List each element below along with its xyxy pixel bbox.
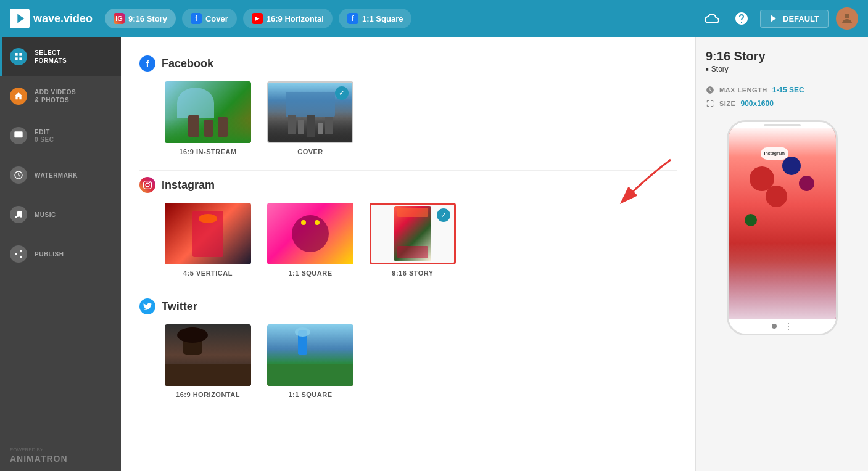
instagram-section-icon <box>139 177 155 193</box>
facebook-icon-cover: f <box>191 13 202 24</box>
format-label-ig-square: 1:1 SQUARE <box>288 269 332 277</box>
size-row: SIZE 900x1600 <box>706 99 858 108</box>
tab-horizontal[interactable]: ▶ 16:9 Horizontal <box>243 9 333 28</box>
tab-cover-label: Cover <box>205 14 228 23</box>
brand-name: ANIMATRON <box>10 454 111 464</box>
svg-rect-3 <box>15 53 18 56</box>
format-card-fb-cover[interactable]: ✓ COVER <box>264 81 357 155</box>
default-label: DEFAULT <box>783 14 819 23</box>
tab-story[interactable]: IG 9:16 Story <box>105 9 176 28</box>
edit-icon <box>10 127 27 144</box>
watermark-label: WATERMARK <box>35 171 78 179</box>
format-card-tw-horizontal[interactable]: 16:9 HORIZONTAL <box>162 324 254 398</box>
svg-point-12 <box>15 253 17 255</box>
instagram-format-grid: 4:5 VERTICAL 1:1 SQUARE <box>139 203 677 277</box>
edit-sub: 0 sec <box>35 136 54 143</box>
clock-icon <box>706 86 714 94</box>
facebook-section-header: f Facebook <box>139 55 677 72</box>
panel-subtitle-text: Story <box>711 65 729 73</box>
sidebar-item-music[interactable]: MUSIC <box>0 195 121 234</box>
cloud-icon[interactable] <box>701 7 723 30</box>
sidebar-item-select-formats[interactable]: SELECT FORMATS <box>0 37 121 76</box>
format-thumb-fb-cover: ✓ <box>267 81 353 143</box>
top-right-controls: DEFAULT <box>701 7 858 30</box>
instagram-section: Instagram 4:5 VERTICAL <box>139 177 677 277</box>
size-label: SIZE <box>719 100 735 107</box>
format-card-ig-story[interactable]: ✓ 9:16 STORY <box>366 203 459 277</box>
phone-notch-line <box>764 124 801 126</box>
story-check-badge: ✓ <box>437 208 450 222</box>
format-card-ig-vertical[interactable]: 4:5 VERTICAL <box>162 203 254 277</box>
size-icon <box>706 99 714 108</box>
home-icon <box>10 88 27 105</box>
cover-check-badge: ✓ <box>335 86 349 100</box>
svg-rect-4 <box>19 53 22 56</box>
story-thumb-image <box>394 206 431 261</box>
instagram-icon-story: IG <box>114 13 125 24</box>
youtube-icon: ▶ <box>252 13 263 24</box>
sidebar-item-edit[interactable]: EDIT 0 sec <box>0 116 121 155</box>
format-label-fb-instream: 16:9 IN-STREAM <box>179 148 236 155</box>
music-icon <box>10 206 27 223</box>
watermark-icon <box>10 166 27 184</box>
facebook-icon-square: f <box>347 13 358 24</box>
right-panel: 9:16 Story Story MAX LENGTH 1-15 SEC SIZ… <box>695 37 868 471</box>
svg-rect-7 <box>14 131 22 137</box>
sidebar-item-watermark[interactable]: WATERMARK <box>0 155 121 195</box>
format-card-fb-instream[interactable]: 16:9 IN-STREAM <box>162 81 254 155</box>
logo-text: wave.video <box>33 12 93 25</box>
svg-point-11 <box>20 250 22 252</box>
grid-icon <box>10 48 27 65</box>
phone-screen: Instagram <box>729 128 836 319</box>
svg-point-13 <box>20 256 22 258</box>
help-icon[interactable] <box>730 7 753 30</box>
format-thumb-ig-square <box>267 203 353 264</box>
powered-by: POWERED BY <box>10 447 111 453</box>
phone-dot-active <box>772 324 777 329</box>
svg-point-9 <box>15 216 17 218</box>
tab-square[interactable]: f 1:1 Square <box>339 9 411 28</box>
format-label-ig-story: 9:16 STORY <box>392 269 433 277</box>
phone-mockup: Instagram ⋮ <box>727 120 838 335</box>
svg-rect-5 <box>15 57 18 60</box>
format-card-ig-square[interactable]: 1:1 SQUARE <box>264 203 357 277</box>
format-thumb-ig-story: ✓ <box>370 203 456 264</box>
format-label-tw-square: 1:1 SQUARE <box>288 391 332 398</box>
edit-label: EDIT <box>35 128 54 136</box>
panel-meta: MAX LENGTH 1-15 SEC SIZE 900x1600 <box>706 86 858 108</box>
svg-point-10 <box>20 215 22 218</box>
format-label-tw-horizontal: 16:9 HORIZONTAL <box>176 391 240 398</box>
tab-story-label: 9:16 Story <box>128 14 167 23</box>
format-label-fb-cover: COVER <box>297 148 323 155</box>
default-button[interactable]: DEFAULT <box>760 10 829 28</box>
twitter-section: Twitter 16:9 HORIZONTAL <box>139 298 677 398</box>
sidebar-item-publish[interactable]: PUBLISH <box>0 234 121 274</box>
format-thumb-tw-square <box>267 324 353 386</box>
music-label: MUSIC <box>35 211 56 219</box>
tab-cover[interactable]: f Cover <box>182 9 237 28</box>
select-formats-label: SELECT FORMATS <box>35 49 67 65</box>
facebook-section: f Facebook <box>139 55 677 155</box>
thumb-woman-image <box>165 324 251 386</box>
twitter-section-icon <box>139 298 155 314</box>
size-value: 900x1600 <box>740 99 773 108</box>
format-thumb-fb-instream <box>165 81 251 143</box>
thumb-dog-image <box>267 203 353 264</box>
phone-notch <box>729 122 836 128</box>
tab-horizontal-label: 16:9 Horizontal <box>267 14 324 23</box>
share-icon <box>10 245 27 263</box>
content-area: f Facebook <box>121 37 695 471</box>
format-card-tw-square[interactable]: 1:1 SQUARE <box>264 324 357 398</box>
panel-subtitle: Story <box>706 65 858 73</box>
sidebar-item-add-videos[interactable]: ADD VIDEOS & PHOTOS <box>0 76 121 116</box>
sidebar: SELECT FORMATS ADD VIDEOS & PHOTOS EDIT … <box>0 37 121 471</box>
add-videos-label: ADD VIDEOS & PHOTOS <box>35 88 76 104</box>
logo-icon <box>10 9 30 28</box>
format-thumb-ig-vertical <box>165 203 251 264</box>
max-length-label: MAX LENGTH <box>719 86 767 94</box>
sidebar-footer: POWERED BY ANIMATRON <box>0 440 121 471</box>
user-avatar[interactable] <box>836 7 858 30</box>
divider-fb-ig <box>139 170 677 171</box>
svg-marker-0 <box>17 14 24 23</box>
twitter-section-title: Twitter <box>162 300 197 313</box>
